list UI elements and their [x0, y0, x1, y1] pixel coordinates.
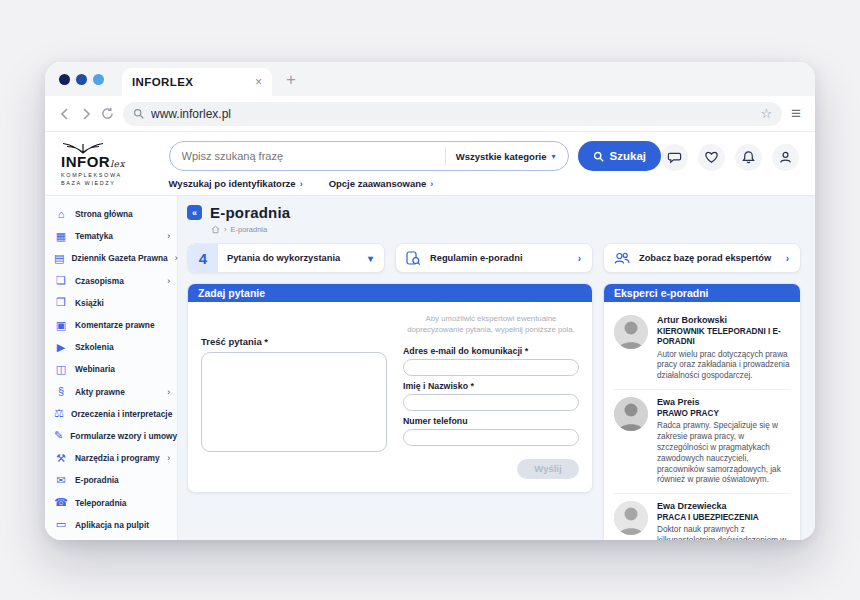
- expert-list-item: Ewa Preis PRAWO PRACY Radca prawny. Spec…: [614, 390, 790, 494]
- sidebar-item-strona-glowna[interactable]: ⌂ Strona główna: [54, 203, 172, 225]
- form-helper-text: Aby umożliwić ekspertowi ewentualne dopr…: [405, 314, 577, 336]
- breadcrumb-current: E-poradnia: [231, 225, 268, 234]
- question-textarea[interactable]: [201, 352, 387, 452]
- webinar-icon: ◫: [54, 364, 68, 375]
- play-icon: ▶: [54, 342, 68, 353]
- browser-url-bar: ☆ ≡: [45, 96, 815, 132]
- expert-list-item: Artur Borkowski KIEROWNIK TELEPORADNI I …: [614, 308, 790, 390]
- account-button[interactable]: [772, 144, 799, 171]
- pencil-icon: ✎: [54, 430, 63, 441]
- sidebar-item-akty-prawne[interactable]: § Akty prawne ›: [54, 381, 172, 403]
- chevron-right-icon: ›: [167, 231, 172, 241]
- breadcrumb: › E-poradnia: [211, 225, 801, 234]
- desktop-icon: ▭: [54, 519, 68, 530]
- sidebar-item-ksiazki[interactable]: ❐ Książki: [54, 292, 172, 314]
- notifications-button[interactable]: [735, 144, 762, 171]
- panel-title: Zadaj pytanie: [188, 284, 592, 302]
- search-icon: [593, 151, 604, 162]
- experts-icon: [614, 251, 630, 266]
- window-control-dot[interactable]: [59, 74, 70, 85]
- logo-wordmark: INFORlex: [61, 154, 169, 169]
- category-dropdown[interactable]: Wszystkie kategorie ▾: [445, 147, 556, 165]
- search-button[interactable]: Szukaj: [578, 141, 661, 171]
- heart-icon: [704, 150, 719, 165]
- book-icon: ❐: [54, 297, 68, 308]
- question-label: Treść pytania *: [201, 336, 387, 347]
- phone-icon: ☎: [54, 497, 68, 508]
- sidebar: ⌂ Strona główna ▦ Tematyka › ▤ Dziennik …: [45, 196, 178, 540]
- expert-avatar: [614, 315, 648, 349]
- tools-icon: ⚒: [54, 453, 68, 464]
- page-content: ⌂ Strona główna ▦ Tematyka › ▤ Dziennik …: [45, 196, 815, 540]
- expert-list-item: Ewa Drzewiecka PRACA I UBEZPIECZENIA Dok…: [614, 494, 790, 540]
- header-action-icons: [661, 139, 799, 189]
- address-bar[interactable]: ☆: [123, 102, 782, 126]
- name-label: Imię i Nazwisko *: [403, 381, 579, 391]
- email-field[interactable]: [403, 359, 579, 376]
- expert-avatar: [614, 397, 648, 431]
- experts-panel: Eksperci e-poradni Artur Borkowski KIERO…: [603, 283, 801, 540]
- chevron-right-icon: ›: [167, 387, 172, 397]
- browser-window: INFORLEX × + ☆ ≡ INFORlex: [45, 62, 815, 540]
- new-tab-button[interactable]: +: [286, 71, 296, 88]
- search-area: Wszystkie kategorie ▾ Szukaj Wyszukaj po…: [169, 139, 661, 189]
- sidebar-item-aplikacja-na-pulpit[interactable]: ▭ Aplikacja na pulpit: [54, 514, 172, 536]
- tab-close-icon[interactable]: ×: [255, 76, 262, 88]
- sidebar-item-tematyka[interactable]: ▦ Tematyka ›: [54, 225, 172, 247]
- favorites-button[interactable]: [698, 144, 725, 171]
- search-icon: [133, 108, 144, 119]
- email-label: Adres e-mail do komunikacji *: [403, 346, 579, 356]
- messages-button[interactable]: [661, 144, 688, 171]
- user-icon: [778, 150, 793, 165]
- window-control-dot[interactable]: [93, 74, 104, 85]
- sidebar-item-orzeczenia[interactable]: ⚖ Orzeczenia i interpretacje ›: [54, 403, 172, 425]
- document-search-icon: [406, 251, 421, 266]
- sidebar-collapse-button[interactable]: «: [187, 205, 202, 220]
- briefcase-icon: ▣: [54, 320, 68, 331]
- refresh-button[interactable]: [101, 107, 114, 120]
- back-button[interactable]: [59, 108, 71, 120]
- site-search-field[interactable]: Wszystkie kategorie ▾: [169, 141, 569, 171]
- bookmark-star-icon[interactable]: ☆: [760, 106, 772, 121]
- sidebar-item-formularze[interactable]: ✎ Formularze wzory i umowy: [54, 425, 172, 447]
- link-search-by-identifier[interactable]: Wyszukaj po identyfikatorze›: [169, 178, 303, 189]
- chevron-right-icon: ›: [578, 253, 581, 264]
- browser-menu-icon[interactable]: ≡: [791, 104, 801, 124]
- name-field[interactable]: [403, 394, 579, 411]
- card-questions-remaining[interactable]: 4 Pytania do wykorzystania ▾: [187, 243, 385, 273]
- chevron-right-icon: ›: [430, 179, 433, 189]
- sidebar-item-webinaria[interactable]: ◫ Webinaria: [54, 358, 172, 380]
- window-control-dot[interactable]: [76, 74, 87, 85]
- sidebar-item-narzedzia[interactable]: ⚒ Narzędzia i programy ›: [54, 447, 172, 469]
- tab-title: INFORLEX: [132, 76, 193, 88]
- sidebar-item-czasopisma[interactable]: ❏ Czasopisma ›: [54, 270, 172, 292]
- chevron-right-icon: ›: [167, 453, 172, 463]
- send-button[interactable]: Wyślij: [517, 459, 579, 479]
- sidebar-item-szkolenia[interactable]: ▶ Szkolenia: [54, 336, 172, 358]
- link-advanced-options[interactable]: Opcje zaawansowane›: [329, 178, 434, 189]
- browser-tab[interactable]: INFORLEX ×: [122, 68, 272, 96]
- expert-avatar: [614, 501, 648, 535]
- sidebar-item-e-poradnia[interactable]: ✉ E-poradnia: [54, 469, 172, 491]
- sidebar-item-komentarze-prawne[interactable]: ▣ Komentarze prawne: [54, 314, 172, 336]
- page-title: E-poradnia: [210, 204, 290, 221]
- chevron-right-icon: ›: [786, 253, 789, 264]
- forward-button[interactable]: [80, 108, 92, 120]
- url-input[interactable]: [151, 107, 753, 121]
- inforlex-logo[interactable]: INFORlex KOMPLEKSOWA BAZA WIEDZY: [61, 139, 169, 189]
- ask-question-panel: Zadaj pytanie Treść pytania * Aby umożli…: [187, 283, 593, 493]
- panel-title: Eksperci e-poradni: [604, 284, 800, 302]
- newspaper-icon: ▤: [54, 253, 64, 264]
- home-icon[interactable]: [211, 225, 220, 234]
- card-expert-advice-base[interactable]: Zobacz bazę porad ekspertów ›: [603, 243, 801, 273]
- window-controls[interactable]: [59, 74, 104, 85]
- sidebar-item-dziennik-gazeta-prawna[interactable]: ▤ Dziennik Gazeta Prawna ›: [54, 247, 172, 269]
- sidebar-item-teleporadnia[interactable]: ☎ Teleporadnia: [54, 491, 172, 513]
- chevron-down-icon: ▾: [368, 253, 373, 264]
- card-regulations[interactable]: Regulamin e-poradni ›: [395, 243, 593, 273]
- search-input[interactable]: [182, 150, 445, 162]
- chevron-right-icon: ›: [300, 179, 303, 189]
- scales-icon: ⚖: [54, 408, 64, 419]
- grid-icon: ▦: [54, 231, 68, 242]
- phone-field[interactable]: [403, 429, 579, 446]
